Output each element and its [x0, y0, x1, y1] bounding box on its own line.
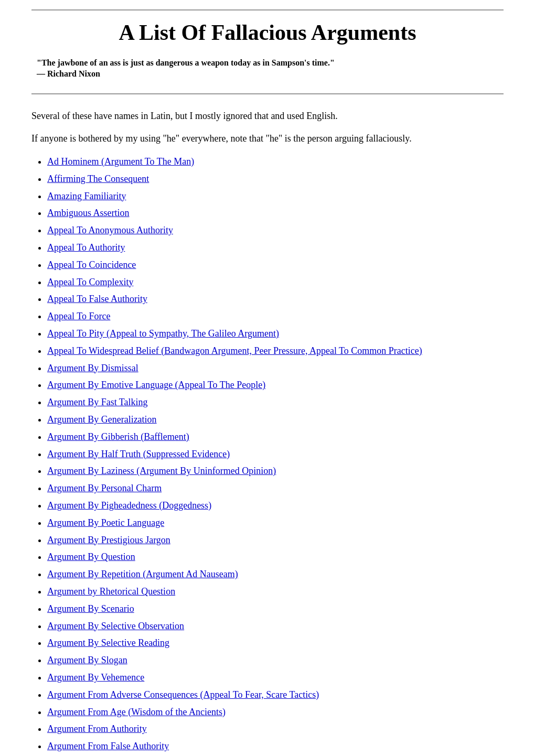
fallacy-link-14[interactable]: Argument By Fast Talking	[47, 397, 148, 407]
list-item: Argument By Selective Reading	[47, 635, 504, 651]
quote-block: "The jawbone of an ass is just as danger…	[37, 57, 504, 79]
fallacy-link-0[interactable]: Ad Hominem (Argument To The Man)	[47, 156, 194, 167]
fallacy-link-9[interactable]: Appeal To Force	[47, 311, 110, 321]
list-item: Argument By Generalization	[47, 412, 504, 427]
list-item: Argument By Laziness (Argument By Uninfo…	[47, 463, 504, 479]
list-item: Appeal To Widespread Belief (Bandwagon A…	[47, 343, 504, 359]
bottom-border	[31, 93, 504, 94]
list-item: Argument By Slogan	[47, 653, 504, 668]
fallacy-link-21[interactable]: Argument By Poetic Language	[47, 517, 164, 528]
fallacy-link-19[interactable]: Argument By Personal Charm	[47, 483, 162, 493]
list-item: Argument From Age (Wisdom of the Ancient…	[47, 705, 504, 720]
fallacy-link-8[interactable]: Appeal To False Authority	[47, 294, 147, 304]
list-item: Appeal To False Authority	[47, 291, 504, 307]
fallacy-link-33[interactable]: Argument From Authority	[47, 723, 147, 734]
fallacy-link-6[interactable]: Appeal To Coincidence	[47, 260, 136, 270]
list-item: Ambiguous Assertion	[47, 206, 504, 221]
fallacy-link-29[interactable]: Argument By Slogan	[47, 655, 127, 665]
fallacy-link-27[interactable]: Argument By Selective Observation	[47, 621, 184, 631]
list-item: Argument By Fast Talking	[47, 395, 504, 410]
list-item: Appeal To Complexity	[47, 275, 504, 290]
list-item: Argument From False Authority	[47, 739, 504, 754]
list-item: Argument By Personal Charm	[47, 481, 504, 496]
header-section: A List Of Fallacious Arguments "The jawb…	[0, 10, 535, 89]
list-item: Appeal To Pity (Appeal to Sympathy, The …	[47, 326, 504, 341]
fallacy-link-16[interactable]: Argument By Gibberish (Bafflement)	[47, 431, 189, 442]
list-item: Argument By Pigheadedness (Doggedness)	[47, 498, 504, 513]
list-item: Argument By Vehemence	[47, 670, 504, 685]
fallacy-link-31[interactable]: Argument From Adverse Consequences (Appe…	[47, 689, 319, 700]
fallacy-link-30[interactable]: Argument By Vehemence	[47, 672, 144, 683]
list-item: Argument By Poetic Language	[47, 515, 504, 531]
fallacy-link-25[interactable]: Argument by Rhetorical Question	[47, 586, 175, 597]
fallacy-link-23[interactable]: Argument By Question	[47, 552, 135, 562]
fallacy-link-22[interactable]: Argument By Prestigious Jargon	[47, 535, 170, 545]
list-item: Argument By Selective Observation	[47, 619, 504, 634]
list-item: Argument By Half Truth (Suppressed Evide…	[47, 447, 504, 462]
list-item: Amazing Familiarity	[47, 189, 504, 204]
fallacy-link-7[interactable]: Appeal To Complexity	[47, 277, 133, 287]
fallacy-link-17[interactable]: Argument By Half Truth (Suppressed Evide…	[47, 449, 230, 459]
intro-paragraph-1: Several of these have names in Latin, bu…	[31, 109, 504, 123]
quote-author: — Richard Nixon	[37, 69, 504, 79]
fallacy-link-32[interactable]: Argument From Age (Wisdom of the Ancient…	[47, 707, 226, 717]
list-item: Ad Hominem (Argument To The Man)	[47, 154, 504, 169]
fallacy-link-11[interactable]: Appeal To Widespread Belief (Bandwagon A…	[47, 345, 422, 356]
list-item: Argument By Question	[47, 549, 504, 565]
list-item: Argument By Dismissal	[47, 361, 504, 376]
fallacy-link-13[interactable]: Argument By Emotive Language (Appeal To …	[47, 380, 265, 390]
fallacy-link-24[interactable]: Argument By Repetition (Argument Ad Naus…	[47, 569, 238, 579]
list-item: Appeal To Anonymous Authority	[47, 223, 504, 238]
list-item: Affirming The Consequent	[47, 171, 504, 187]
list-item: Argument By Prestigious Jargon	[47, 533, 504, 548]
list-item: Argument By Repetition (Argument Ad Naus…	[47, 567, 504, 582]
list-item: Argument by Rhetorical Question	[47, 584, 504, 599]
fallacy-link-12[interactable]: Argument By Dismissal	[47, 363, 138, 373]
fallacy-link-34[interactable]: Argument From False Authority	[47, 741, 169, 751]
list-item: Argument By Gibberish (Bafflement)	[47, 429, 504, 445]
list-item: Appeal To Force	[47, 309, 504, 324]
fallacy-link-26[interactable]: Argument By Scenario	[47, 603, 134, 614]
fallacy-link-15[interactable]: Argument By Generalization	[47, 414, 157, 425]
fallacy-link-3[interactable]: Ambiguous Assertion	[47, 208, 130, 218]
main-content: Several of these have names in Latin, bu…	[0, 104, 535, 756]
fallacy-link-10[interactable]: Appeal To Pity (Appeal to Sympathy, The …	[47, 328, 279, 339]
fallacy-link-4[interactable]: Appeal To Anonymous Authority	[47, 225, 173, 235]
fallacy-link-28[interactable]: Argument By Selective Reading	[47, 638, 169, 648]
intro-paragraph-2: If anyone is bothered by my using "he" e…	[31, 132, 504, 146]
list-item: Argument From Adverse Consequences (Appe…	[47, 687, 504, 703]
list-item: Argument By Emotive Language (Appeal To …	[47, 377, 504, 393]
list-item: Appeal To Authority	[47, 240, 504, 255]
fallacy-list: Ad Hominem (Argument To The Man)Affirmin…	[47, 154, 504, 756]
fallacy-link-20[interactable]: Argument By Pigheadedness (Doggedness)	[47, 500, 211, 511]
quote-text: "The jawbone of an ass is just as danger…	[37, 57, 504, 69]
fallacy-link-5[interactable]: Appeal To Authority	[47, 242, 125, 253]
list-item: Argument From Authority	[47, 721, 504, 737]
page-title: A List Of Fallacious Arguments	[31, 20, 504, 45]
fallacy-link-1[interactable]: Affirming The Consequent	[47, 174, 149, 184]
list-item: Argument By Scenario	[47, 601, 504, 617]
fallacy-link-2[interactable]: Amazing Familiarity	[47, 191, 126, 201]
list-item: Appeal To Coincidence	[47, 257, 504, 273]
fallacy-link-18[interactable]: Argument By Laziness (Argument By Uninfo…	[47, 466, 276, 476]
